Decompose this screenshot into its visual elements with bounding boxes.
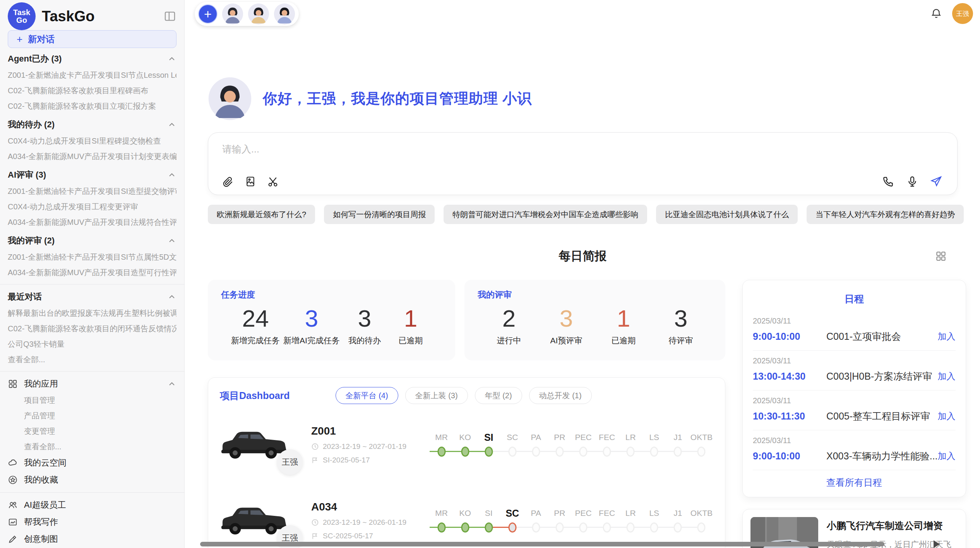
main-area: + 王强 你好，王强，我是你的项目管理助理 小识 xyxy=(185,0,980,548)
milestone-label: PR xyxy=(548,432,571,445)
new-chat-label: 新对话 xyxy=(28,33,55,45)
sidebar-task-item[interactable]: C02-飞腾新能源轻客改款项目立项汇报方案 xyxy=(8,98,176,114)
milestone-stop: J1 xyxy=(666,432,690,458)
section-header-recent[interactable]: 最近对话 xyxy=(8,288,176,305)
session-avatar[interactable] xyxy=(248,3,269,25)
recent-conversation-item[interactable]: 公司Q3轻卡销量 xyxy=(8,336,176,352)
dashboard-tab[interactable]: 动总开发 (1) xyxy=(529,387,592,404)
send-icon[interactable] xyxy=(930,175,942,188)
layout-grid-icon[interactable] xyxy=(935,250,947,262)
suggestion-chip[interactable]: 比亚迪全固态电池计划具体说了什么 xyxy=(656,205,798,224)
sidebar-task-item[interactable]: C02-飞腾新能源轻客改款项目里程碑画布 xyxy=(8,83,176,98)
join-meeting-link[interactable]: 加入 xyxy=(938,331,956,342)
sidebar-task-item[interactable]: Z001-全新燃油轻卡产品开发项目SI节点属性5D文件评审 xyxy=(8,249,176,265)
sidebar-tool-item[interactable]: 帮我写作 xyxy=(8,514,176,531)
clock-icon xyxy=(311,443,319,450)
sidebar-tool-item[interactable]: AI超级员工 xyxy=(8,497,176,514)
sidebar-tool-item[interactable]: 创意制图 xyxy=(8,531,176,548)
milestone-label: SI xyxy=(477,507,500,521)
milestone-label: LS xyxy=(642,432,666,445)
stat-value: 24 xyxy=(242,305,269,332)
app-sub-item[interactable]: 查看全部... xyxy=(8,439,176,454)
milestone-dot xyxy=(697,447,706,457)
app-sub-item[interactable]: 产品管理 xyxy=(8,408,176,423)
sidebar-header: Task Go TaskGo xyxy=(8,0,176,28)
milestone-stop: LR xyxy=(619,507,642,534)
greeting-section: 你好，王强，我是你的项目管理助理 小识 xyxy=(208,0,958,121)
stat-card-title: 我的评审 xyxy=(478,289,712,301)
project-row: 王强Z0012023-12-19 ~ 2027-01-19SI-2025-05-… xyxy=(220,416,713,474)
attachment-icon[interactable] xyxy=(222,176,234,187)
sidebar-task-item[interactable]: Z001-全新燃油轻卡产品开发项目SI造型提交物评审 xyxy=(8,183,176,199)
dashboard-tab[interactable]: 年型 (2) xyxy=(475,387,522,404)
dashboard-tab[interactable]: 全新平台 (4) xyxy=(336,387,398,404)
sidebar-task-item[interactable]: C0X4-动力总成开发项目SI里程碑提交物检查 xyxy=(8,133,176,149)
milestone-stop: FEC xyxy=(595,507,619,534)
suggestion-chip[interactable]: 欧洲新规最近颁布了什么? xyxy=(208,205,315,224)
join-meeting-link[interactable]: 加入 xyxy=(938,450,956,462)
section-header[interactable]: Agent已办 (3) xyxy=(8,50,176,67)
schedule-event-title: C001-立项审批会 xyxy=(826,330,901,343)
microphone-icon[interactable] xyxy=(906,175,918,188)
new-chat-button[interactable]: + 新对话 xyxy=(8,30,176,48)
recent-conversation-item[interactable]: 解释最新出台的欧盟报废车法规再生塑料比例被调至15%... xyxy=(8,305,176,321)
join-meeting-link[interactable]: 加入 xyxy=(938,370,956,382)
greeting-text: 你好，王强，我是你的项目管理助理 小识 xyxy=(263,89,532,108)
new-session-button[interactable]: + xyxy=(198,4,218,24)
dashboard-header: 项目Dashboard 全新平台 (4)全新上装 (3)年型 (2)动总开发 (… xyxy=(220,387,713,404)
session-avatar[interactable] xyxy=(222,3,243,25)
view-all-schedule-link[interactable]: 查看所有日程 xyxy=(753,470,956,492)
milestone-dot xyxy=(579,522,588,533)
session-avatar[interactable] xyxy=(274,3,295,25)
app-sub-item[interactable]: 项目管理 xyxy=(8,392,176,408)
recent-conversation-item[interactable]: C02-飞腾新能源轻客改款项目的闭环通告反馈情况 xyxy=(8,321,176,336)
sidebar-task-item[interactable]: C0X4-动力总成开发项目工程变更评审 xyxy=(8,199,176,214)
schedule-time: 9:00-10:00 xyxy=(753,331,826,342)
suggestion-chip[interactable]: 如何写一份清晰的项目周报 xyxy=(324,205,435,224)
project-next-node: SC-2025-05-17 xyxy=(323,532,373,540)
section-header[interactable]: 我的待办 (2) xyxy=(8,116,176,133)
stat-card-title: 任务进度 xyxy=(221,289,442,301)
milestone-label: PR xyxy=(548,507,571,521)
user-avatar[interactable]: 王强 xyxy=(952,3,973,24)
header-actions: 王强 xyxy=(930,3,973,24)
milestone-stop: SI xyxy=(477,507,500,534)
schedule-date: 2025/03/11 xyxy=(753,436,956,445)
section-header[interactable]: 我的评审 (2) xyxy=(8,232,176,249)
phone-icon[interactable] xyxy=(882,175,894,188)
section-header[interactable]: AI评审 (3) xyxy=(8,166,176,183)
assistant-avatar xyxy=(208,77,252,121)
stat-item: 2进行中 xyxy=(488,305,530,346)
milestone-dot xyxy=(650,447,658,457)
milestone-stop: SC xyxy=(500,432,524,458)
milestone-dot xyxy=(437,522,445,533)
milestone-dot xyxy=(508,522,516,533)
stat-label: 进行中 xyxy=(497,335,521,346)
composer[interactable] xyxy=(208,132,958,195)
sidebar-task-item[interactable]: Z001-全新燃油皮卡产品开发项目SI节点Lesson Learn报告 xyxy=(8,67,176,83)
notifications-bell-icon[interactable] xyxy=(930,8,942,19)
image-icon[interactable] xyxy=(245,176,256,187)
suggestion-chip[interactable]: 当下年轻人对汽车外观有怎样的喜好趋势 xyxy=(807,205,964,224)
suggestion-chip[interactable]: 特朗普可能对进口汽车增税会对中国车企造成哪些影响 xyxy=(444,205,647,224)
milestone-stop: FEC xyxy=(595,432,619,458)
collapse-sidebar-icon[interactable] xyxy=(163,10,176,23)
sidebar-item-favorites[interactable]: 我的收藏 xyxy=(8,471,176,488)
join-meeting-link[interactable]: 加入 xyxy=(938,410,956,422)
scroll-right-arrow-icon[interactable] xyxy=(934,540,940,548)
milestone-timeline: MRKOSISCPAPRPECFECLRLSJ1OKTB xyxy=(430,507,713,534)
sidebar-task-item[interactable]: A034-全新新能源MUV产品开发项目计划变更表编写 xyxy=(8,149,176,164)
sidebar-task-item[interactable]: A034-全新新能源MUV产品开发项目造型可行性评审 xyxy=(8,265,176,280)
sidebar-task-item[interactable]: A034-全新新能源MUV产品开发项目法规符合性评审 xyxy=(8,214,176,230)
sidebar-item-cloud-space[interactable]: 我的云空间 xyxy=(8,454,176,471)
recent-conversation-item[interactable]: 查看全部... xyxy=(8,352,176,367)
schedule-date: 2025/03/11 xyxy=(753,396,956,405)
app-sub-item[interactable]: 变更管理 xyxy=(8,423,176,439)
sidebar-item-my-apps[interactable]: 我的应用 xyxy=(8,375,176,392)
stat-value: 3 xyxy=(305,305,318,332)
divider xyxy=(0,371,184,372)
scissors-icon[interactable] xyxy=(267,176,279,187)
message-input[interactable] xyxy=(208,133,957,160)
horizontal-scrollbar[interactable] xyxy=(200,542,884,546)
dashboard-tab[interactable]: 全新上装 (3) xyxy=(405,387,468,404)
